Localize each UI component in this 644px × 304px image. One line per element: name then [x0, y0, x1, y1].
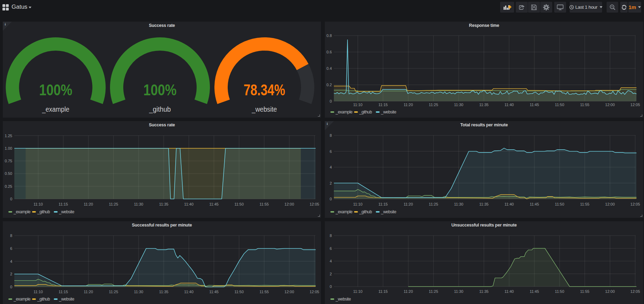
svg-text:11:25: 11:25 — [429, 202, 438, 206]
svg-text:11:25: 11:25 — [109, 202, 118, 206]
svg-text:11:25: 11:25 — [109, 290, 118, 294]
svg-text:11:55: 11:55 — [580, 103, 590, 107]
svg-text:11:35: 11:35 — [159, 290, 168, 294]
svg-text:_github: _github — [359, 110, 372, 114]
svg-text:11:35: 11:35 — [479, 103, 489, 107]
svg-text:11:10: 11:10 — [353, 289, 363, 294]
svg-text:100%: 100% — [39, 81, 72, 99]
svg-text:11:15: 11:15 — [378, 289, 388, 294]
svg-text:11:40: 11:40 — [504, 103, 514, 107]
svg-text:11:55: 11:55 — [580, 202, 590, 206]
svg-text:4: 4 — [330, 259, 332, 263]
svg-text:_github: _github — [359, 209, 372, 214]
svg-text:_example: _example — [335, 209, 353, 214]
svg-text:8: 8 — [330, 233, 332, 238]
svg-text:11:55: 11:55 — [580, 289, 590, 294]
svg-text:0: 0 — [330, 197, 332, 201]
svg-text:11:10: 11:10 — [34, 290, 43, 294]
svg-text:11:45: 11:45 — [209, 290, 219, 294]
svg-text:11:40: 11:40 — [504, 202, 514, 206]
svg-text:12:00: 12:00 — [605, 202, 615, 206]
svg-text:11:45: 11:45 — [530, 289, 539, 294]
svg-text:11:15: 11:15 — [378, 103, 388, 107]
svg-text:_website: _website — [335, 297, 351, 302]
svg-text:11:35: 11:35 — [479, 289, 489, 294]
svg-text:11:55: 11:55 — [259, 290, 269, 294]
svg-text:_github: _github — [37, 209, 50, 214]
svg-text:12:05: 12:05 — [630, 202, 640, 206]
svg-text:8: 8 — [10, 233, 12, 238]
svg-text:12:00: 12:00 — [605, 103, 615, 107]
svg-text:6: 6 — [330, 149, 332, 154]
svg-text:11:45: 11:45 — [530, 202, 539, 206]
svg-text:11:50: 11:50 — [555, 103, 564, 107]
svg-text:_github: _github — [37, 297, 50, 302]
svg-text:_example: _example — [13, 209, 31, 214]
svg-text:_website: _website — [251, 105, 277, 113]
svg-text:11:50: 11:50 — [555, 202, 564, 206]
svg-text:11:20: 11:20 — [404, 103, 413, 107]
svg-text:6: 6 — [10, 246, 12, 251]
svg-text:11:30: 11:30 — [454, 103, 463, 107]
svg-text:0.75: 0.75 — [5, 159, 12, 163]
svg-text:4: 4 — [10, 259, 12, 264]
svg-text:2: 2 — [10, 272, 12, 276]
svg-text:4: 4 — [330, 165, 332, 169]
svg-text:11:40: 11:40 — [184, 290, 193, 294]
svg-text:0.25: 0.25 — [5, 184, 12, 188]
svg-text:11:50: 11:50 — [555, 289, 564, 294]
svg-text:_website: _website — [59, 297, 74, 302]
svg-text:2: 2 — [330, 272, 332, 276]
svg-text:11:30: 11:30 — [134, 202, 144, 206]
svg-text:12:00: 12:00 — [605, 289, 615, 294]
svg-text:_website: _website — [59, 209, 74, 214]
svg-text:11:50: 11:50 — [234, 290, 244, 294]
svg-text:11:10: 11:10 — [34, 202, 43, 206]
svg-text:_example: _example — [335, 110, 353, 114]
svg-text:_website: _website — [381, 110, 396, 114]
svg-text:11:45: 11:45 — [530, 103, 539, 107]
svg-text:0: 0 — [330, 284, 332, 289]
svg-text:12:00: 12:00 — [285, 290, 294, 294]
svg-text:12:00: 12:00 — [285, 202, 294, 206]
svg-text:11:10: 11:10 — [353, 202, 363, 206]
svg-text:0: 0 — [10, 285, 12, 289]
svg-text:12:05: 12:05 — [630, 289, 640, 294]
svg-text:11:45: 11:45 — [209, 202, 219, 206]
svg-text:_website: _website — [381, 209, 396, 214]
svg-text:11:35: 11:35 — [159, 202, 168, 206]
svg-text:12:05: 12:05 — [309, 202, 319, 206]
svg-text:0.2: 0.2 — [327, 83, 332, 87]
svg-text:12:05: 12:05 — [309, 290, 319, 294]
svg-text:11:15: 11:15 — [378, 202, 388, 206]
svg-text:0.50: 0.50 — [5, 171, 12, 176]
svg-text:11:25: 11:25 — [429, 289, 438, 294]
svg-text:11:20: 11:20 — [84, 202, 93, 206]
svg-text:11:55: 11:55 — [259, 202, 269, 206]
svg-text:11:30: 11:30 — [454, 202, 463, 206]
svg-text:_example: _example — [42, 105, 69, 113]
svg-text:0.4: 0.4 — [327, 66, 332, 71]
svg-text:1.25: 1.25 — [5, 134, 12, 138]
svg-text:_example: _example — [13, 297, 31, 302]
svg-text:2: 2 — [330, 181, 332, 185]
svg-text:11:30: 11:30 — [454, 289, 463, 294]
svg-text:0: 0 — [10, 197, 12, 201]
svg-text:11:10: 11:10 — [353, 103, 363, 107]
svg-text:11:25: 11:25 — [429, 103, 438, 107]
svg-text:1.00: 1.00 — [5, 146, 12, 150]
svg-text:11:35: 11:35 — [479, 202, 489, 206]
svg-text:100%: 100% — [144, 81, 177, 99]
svg-text:11:15: 11:15 — [59, 290, 68, 294]
svg-text:11:20: 11:20 — [404, 202, 413, 206]
svg-text:11:20: 11:20 — [84, 290, 93, 294]
svg-text:12:05: 12:05 — [630, 103, 640, 107]
svg-text:11:50: 11:50 — [234, 202, 244, 206]
svg-text:0.6: 0.6 — [327, 50, 332, 54]
svg-text:11:30: 11:30 — [134, 290, 144, 294]
svg-text:0.8: 0.8 — [327, 34, 332, 38]
svg-text:6: 6 — [330, 246, 332, 251]
svg-text:8: 8 — [330, 133, 332, 138]
svg-text:11:20: 11:20 — [404, 289, 413, 294]
svg-text:11:40: 11:40 — [184, 202, 193, 206]
